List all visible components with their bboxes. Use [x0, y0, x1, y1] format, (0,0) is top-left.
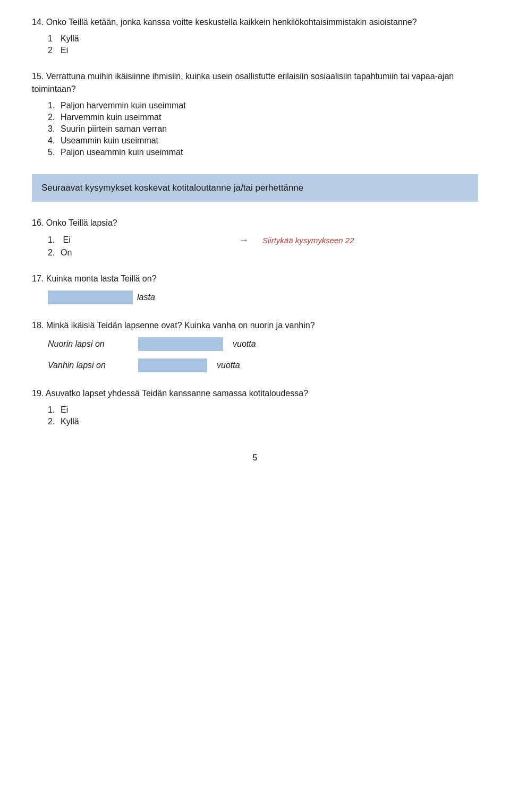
- q17-input-row: lasta: [32, 290, 478, 304]
- q14-title: 14. Onko Teillä ketään, jonka kanssa voi…: [32, 16, 478, 29]
- q15-answer-4: 4. Useammin kuin useimmat: [32, 136, 478, 146]
- q18-field-row-1: Nuorin lapsi on vuotta: [32, 337, 478, 351]
- q15-answer-2: 2. Harvemmin kuin useimmat: [32, 113, 478, 122]
- q17-title: 17. Kuinka monta lasta Teillä on?: [32, 272, 478, 285]
- question-18: 18. Minkä ikäisiä Teidän lapsenne ovat? …: [32, 319, 478, 372]
- question-16: 16. Onko Teillä lapsia? 1. Ei → Siirtykä…: [32, 217, 478, 258]
- q18-field-row-2: Vanhin lapsi on vuotta: [32, 358, 478, 372]
- q14-answer-2: 2 Ei: [32, 46, 478, 55]
- q15-answer-5: 5. Paljon useammin kuin useimmat: [32, 148, 478, 157]
- q15-answer-3: 3. Suurin piirtein saman verran: [32, 124, 478, 134]
- question-15: 15. Verrattuna muihin ikäisiinne ihmisii…: [32, 70, 478, 157]
- q15-answer-1: 1. Paljon harvemmin kuin useimmat: [32, 101, 478, 110]
- question-17: 17. Kuinka monta lasta Teillä on? lasta: [32, 272, 478, 304]
- question-14: 14. Onko Teillä ketään, jonka kanssa voi…: [32, 16, 478, 55]
- q16-title: 16. Onko Teillä lapsia?: [32, 217, 478, 229]
- redirect-arrow-icon: →: [239, 235, 249, 246]
- q19-answer-2: 2. Kyllä: [32, 417, 478, 426]
- q17-input[interactable]: [48, 290, 133, 304]
- q16-answer-2: 2. On: [32, 248, 478, 258]
- q14-answer-1: 1 Kyllä: [32, 34, 478, 44]
- q18-youngest-input[interactable]: [138, 337, 223, 351]
- question-19: 19. Asuvatko lapset yhdessä Teidän kanss…: [32, 387, 478, 426]
- q18-oldest-input[interactable]: [138, 358, 207, 372]
- q19-title: 19. Asuvatko lapset yhdessä Teidän kanss…: [32, 387, 478, 400]
- q16-answer-1: 1. Ei: [48, 235, 218, 245]
- section-header: Seuraavat kysymykset koskevat kotitalout…: [32, 174, 478, 202]
- q18-title: 18. Minkä ikäisiä Teidän lapsenne ovat? …: [32, 319, 478, 332]
- q19-answer-1: 1. Ei: [32, 405, 478, 415]
- q16-redirect: → Siirtykää kysymykseen 22: [239, 235, 354, 246]
- page-number: 5: [32, 453, 478, 463]
- q15-title: 15. Verrattuna muihin ikäisiinne ihmisii…: [32, 70, 478, 96]
